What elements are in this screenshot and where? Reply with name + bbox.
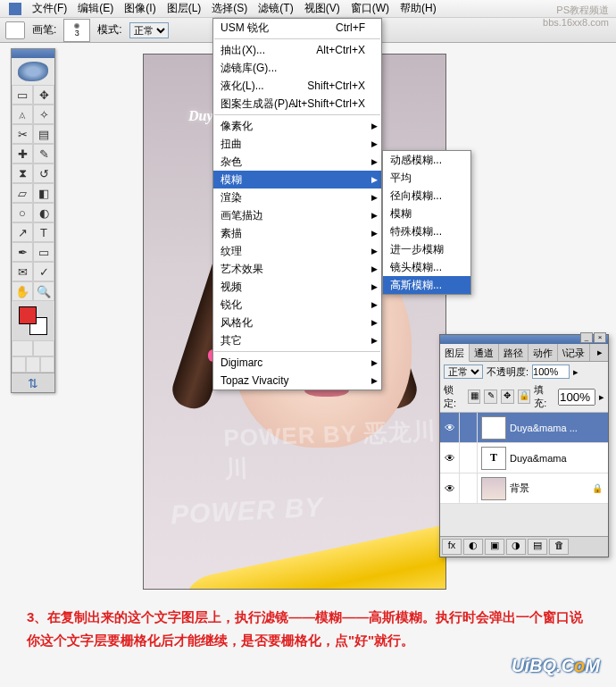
menu-filter[interactable]: 滤镜(T) [253,0,298,18]
tool-dodge[interactable]: ◐ [33,203,54,222]
lock-pixels[interactable]: ✎ [484,390,497,404]
tab-actions[interactable]: 动作 [529,344,558,361]
menu-layer[interactable]: 图层(L) [162,0,207,18]
layer-mask-button[interactable]: ◐ [463,539,483,555]
quickmask-mode[interactable] [33,340,54,356]
foreground-color[interactable] [19,306,37,324]
opacity-input[interactable] [532,364,570,379]
menuitem-blur-basic[interactable]: 模糊 [383,205,470,222]
menuitem-sketch[interactable]: 素描▶ [213,224,381,242]
menuitem-other[interactable]: 其它▶ [213,331,381,349]
visibility-toggle[interactable]: 👁 [440,413,460,443]
tool-heal[interactable]: ✚ [12,144,33,163]
link-toggle[interactable] [460,473,478,504]
tool-stamp[interactable]: ⧗ [12,163,33,183]
jump-to-imageready[interactable]: ⇅ [12,373,54,392]
menuitem-artistic[interactable]: 艺术效果▶ [213,260,381,278]
tab-layers[interactable]: 图层 [440,344,470,362]
tab-paths[interactable]: 路径 [499,344,529,361]
tool-crop[interactable]: ✂ [12,124,33,144]
blend-mode-select[interactable]: 正常 [129,22,169,38]
fill-input[interactable] [558,389,595,406]
tool-eyedrop[interactable]: ✓ [33,262,54,281]
tool-type[interactable]: T [33,222,54,242]
screen-full[interactable] [40,356,54,373]
tool-slice[interactable]: ▤ [33,124,54,144]
menuitem-gaussian-blur[interactable]: 高斯模糊... [383,276,470,294]
panel-titlebar[interactable]: _ × [440,335,608,344]
fill-arrow-icon[interactable]: ▸ [599,391,604,403]
menuitem-stylize[interactable]: 风格化▶ [213,314,381,331]
menuitem-liquify[interactable]: 液化(L)...Shift+Ctrl+X [213,77,381,95]
tool-hand[interactable]: ✋ [12,281,33,301]
menuitem-smart-blur[interactable]: 特殊模糊... [383,222,470,240]
delete-layer-button[interactable]: 🗑 [549,539,569,555]
menuitem-blur[interactable]: 模糊▶ [213,171,381,189]
menu-view[interactable]: 视图(V) [299,0,345,18]
menuitem-extract[interactable]: 抽出(X)...Alt+Ctrl+X [213,41,381,59]
new-set-button[interactable]: ▣ [485,539,504,555]
tab-channels[interactable]: 通道 [470,344,499,361]
tool-move[interactable]: ✥ [33,85,54,105]
menuitem-average[interactable]: 平均 [383,169,470,187]
menuitem-lens-blur[interactable]: 镜头模糊... [383,258,470,276]
menuitem-blur-more[interactable]: 进一步模糊 [383,240,470,258]
lock-transparent[interactable]: ▦ [468,390,481,404]
menuitem-brushstrokes[interactable]: 画笔描边▶ [213,206,381,224]
tool-eraser[interactable]: ▱ [12,183,33,203]
menuitem-topaz[interactable]: Topaz Vivacity▶ [213,372,381,390]
standard-mode[interactable] [12,340,33,356]
tool-brush[interactable]: ✎ [33,144,54,163]
panel-close[interactable]: × [594,332,606,343]
tool-blur[interactable]: ○ [12,203,33,222]
tool-notes[interactable]: ✉ [12,262,33,281]
toolbox-handle[interactable] [12,49,54,58]
opacity-arrow-icon[interactable]: ▸ [573,366,579,378]
menu-edit[interactable]: 编辑(E) [72,0,119,18]
tool-zoom[interactable]: 🔍 [33,281,54,301]
tool-path[interactable]: ↗ [12,222,33,242]
layer-name[interactable]: Duya&mama ... [510,423,578,433]
lock-all[interactable]: 🔒 [518,390,531,404]
lock-position[interactable]: ✥ [501,390,514,404]
menuitem-video[interactable]: 视频▶ [213,278,381,296]
layer-blend-select[interactable]: 正常 [444,364,483,379]
menuitem-noise[interactable]: 杂色▶ [213,153,381,171]
layer-style-button[interactable]: fx [442,539,462,555]
tool-shape[interactable]: ▭ [33,242,54,262]
layer-row[interactable]: 👁 背景 🔒 [440,473,608,504]
link-toggle[interactable] [460,443,478,473]
tool-gradient[interactable]: ◧ [33,183,54,203]
menu-help[interactable]: 帮助(H) [395,0,442,18]
layer-name[interactable]: Duya&mama [510,453,567,464]
screen-full-menu[interactable] [26,356,40,373]
menuitem-digimarc[interactable]: Digimarc▶ [213,354,381,372]
tool-lasso[interactable]: ⟑ [12,105,33,124]
menuitem-radial-blur[interactable]: 径向模糊... [383,187,470,205]
panel-menu-icon[interactable]: ▸ [592,344,608,361]
tool-history[interactable]: ↺ [33,163,54,183]
color-swatches[interactable] [15,305,51,337]
menuitem-render[interactable]: 渲染▶ [213,189,381,206]
visibility-toggle[interactable]: 👁 [440,443,460,473]
link-toggle[interactable] [460,413,478,443]
brush-picker[interactable]: 3 [63,19,90,42]
layer-name[interactable]: 背景 [510,482,529,495]
menu-window[interactable]: 窗口(W) [345,0,395,18]
menuitem-distort[interactable]: 扭曲▶ [213,135,381,153]
menuitem-last-filter[interactable]: USM 锐化Ctrl+F [213,19,381,37]
menuitem-texture[interactable]: 纹理▶ [213,242,381,260]
tab-history[interactable]: \记录 [558,344,590,361]
layer-row[interactable]: 👁 T Duya&mama [440,443,608,473]
menuitem-motion-blur[interactable]: 动感模糊... [383,151,470,169]
tool-preset-picker[interactable] [5,21,25,39]
menuitem-filter-gallery[interactable]: 滤镜库(G)... [213,59,381,77]
menuitem-pattern-maker[interactable]: 图案生成器(P)...Alt+Shift+Ctrl+X [213,95,381,113]
tool-pen[interactable]: ✒ [12,242,33,262]
tool-wand[interactable]: ✧ [33,105,54,124]
menu-file[interactable]: 文件(F) [27,0,72,18]
menuitem-pixelate[interactable]: 像素化▶ [213,117,381,135]
menu-image[interactable]: 图像(I) [119,0,161,18]
screen-standard[interactable] [12,356,26,373]
tool-marquee[interactable]: ▭ [12,85,33,105]
